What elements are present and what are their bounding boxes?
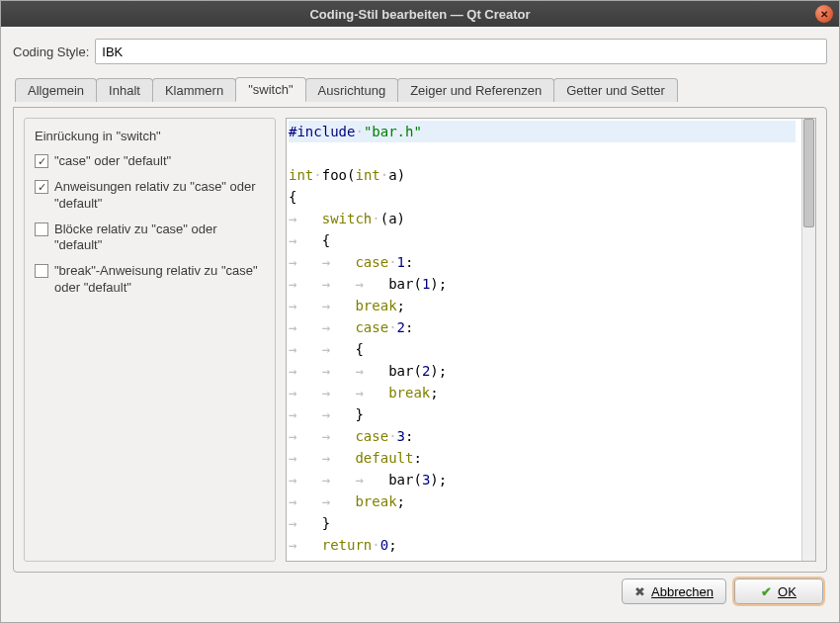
dialog-content: Coding Style: Allgemein Inhalt Klammern … [1,27,839,622]
cancel-button[interactable]: ✖ Abbrechen [622,578,726,604]
option-label: "break"-Anweisung relativ zu "case" oder… [54,263,265,296]
scroll-thumb[interactable] [803,119,814,227]
option-break-relative[interactable]: "break"-Anweisung relativ zu "case" oder… [35,263,265,296]
checkbox-icon[interactable]: ✓ [35,180,48,194]
dialog-window: Coding-Stil bearbeiten — Qt Creator ✕ Co… [0,0,840,623]
tab-ausrichtung[interactable]: Ausrichtung [305,78,399,102]
indent-switch-group: Einrückung in "switch" ✓ "case" oder "de… [24,118,276,562]
code-preview: #include·"bar.h" int·foo(int·a){→ switch… [286,118,816,562]
tab-klammern[interactable]: Klammern [152,78,236,102]
option-blocks-relative[interactable]: Blöcke relativ zu "case" oder "default" [35,222,265,254]
coding-style-input[interactable] [95,39,827,64]
ok-icon: ✔ [761,584,772,599]
option-statements-relative[interactable]: ✓ Anweisungen relativ zu "case" oder "de… [35,179,265,212]
option-case-default[interactable]: ✓ "case" oder "default" [35,153,265,169]
tab-panel-switch: Einrückung in "switch" ✓ "case" oder "de… [13,107,827,573]
code-body: #include·"bar.h" int·foo(int·a){→ switch… [287,119,801,561]
group-title: Einrückung in "switch" [35,129,265,143]
option-label: Anweisungen relativ zu "case" oder "defa… [54,179,265,212]
window-title: Coding-Stil bearbeiten — Qt Creator [309,7,530,22]
dialog-button-row: ✖ Abbrechen ✔ OK [13,578,827,610]
ok-button[interactable]: ✔ OK [734,578,823,604]
tab-getter-setter[interactable]: Getter und Setter [553,78,678,102]
coding-style-label: Coding Style: [13,44,89,59]
cancel-icon: ✖ [634,584,645,599]
tab-switch[interactable]: "switch" [235,77,305,102]
tab-allgemein[interactable]: Allgemein [15,78,97,102]
titlebar: Coding-Stil bearbeiten — Qt Creator ✕ [1,1,839,27]
tab-zeiger[interactable]: Zeiger und Referenzen [397,78,554,102]
checkbox-icon[interactable] [35,222,48,236]
checkbox-icon[interactable] [35,264,48,278]
tab-inhalt[interactable]: Inhalt [96,78,153,102]
vertical-scrollbar[interactable] [801,119,815,561]
close-icon[interactable]: ✕ [815,5,833,23]
coding-style-row: Coding Style: [13,39,827,64]
tab-bar: Allgemein Inhalt Klammern "switch" Ausri… [13,76,827,101]
option-label: "case" oder "default" [54,153,171,169]
option-label: Blöcke relativ zu "case" oder "default" [54,222,265,254]
checkbox-icon[interactable]: ✓ [35,154,48,168]
